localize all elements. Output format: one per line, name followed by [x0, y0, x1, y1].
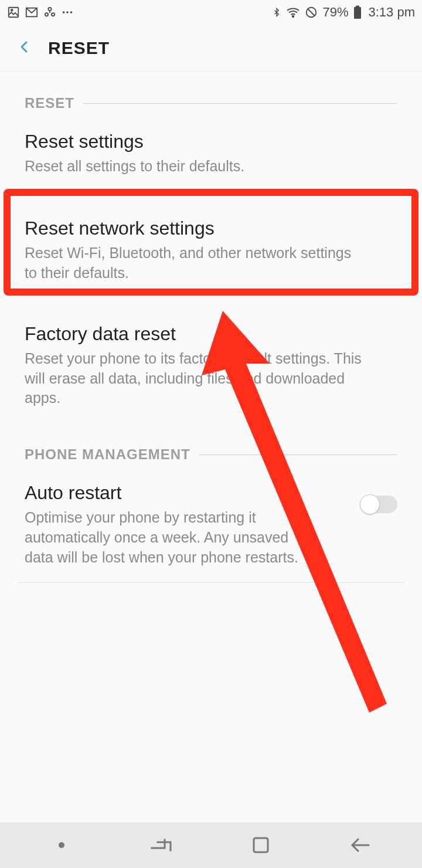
auto-restart-toggle[interactable] [355, 496, 397, 518]
svg-point-8 [70, 11, 73, 13]
battery-percent: 79% [322, 5, 348, 20]
wifi-icon [286, 5, 300, 19]
item-title: Auto restart [25, 480, 343, 506]
item-subtitle: Optimise your phone by restarting it aut… [25, 508, 343, 567]
item-factory-data-reset[interactable]: Factory data reset Reset your phone to i… [0, 308, 422, 423]
item-subtitle: Reset your phone to its factory default … [25, 349, 397, 408]
battery-icon [353, 5, 362, 19]
svg-point-7 [66, 11, 69, 13]
svg-point-6 [63, 11, 65, 13]
section-header-phone-management: PHONE MANAGEMENT [0, 423, 422, 467]
svg-point-1 [11, 9, 13, 11]
page-title: RESET [48, 38, 110, 58]
divider [199, 455, 397, 455]
item-reset-network-settings[interactable]: Reset network settings Reset Wi-Fi, Blue… [0, 191, 422, 308]
more-icon [61, 6, 74, 19]
item-title: Reset settings [25, 129, 397, 154]
nav-back-button[interactable] [334, 836, 387, 854]
divider [18, 582, 404, 583]
svg-rect-15 [254, 838, 268, 852]
item-title: Factory data reset [25, 321, 397, 347]
svg-point-9 [292, 16, 294, 17]
svg-rect-12 [356, 6, 359, 8]
section-header-reset: RESET [0, 72, 422, 116]
dot-icon [59, 842, 64, 848]
status-bar: 79% 3:13 pm [0, 0, 422, 25]
item-title: Reset network settings [25, 216, 397, 241]
bluetooth-icon [272, 5, 281, 19]
svg-point-3 [48, 8, 51, 11]
mail-icon [25, 6, 39, 19]
nav-bar [0, 822, 422, 868]
item-subtitle: Reset all settings to their defaults. [25, 157, 397, 177]
svg-rect-13 [355, 9, 360, 18]
nav-recents-button[interactable] [135, 836, 188, 854]
section-label: RESET [25, 95, 74, 111]
divider [83, 103, 397, 104]
app-bar: RESET [0, 25, 422, 72]
nav-home-button[interactable] [234, 836, 287, 855]
picture-icon [7, 6, 20, 19]
item-subtitle: Reset Wi-Fi, Bluetooth, and other networ… [25, 243, 397, 283]
back-button[interactable] [18, 36, 32, 60]
nav-dot-button[interactable] [35, 842, 88, 848]
svg-rect-0 [9, 8, 19, 18]
item-auto-restart[interactable]: Auto restart Optimise your phone by rest… [0, 467, 422, 582]
clock-text: 3:13 pm [369, 5, 416, 20]
section-label: PHONE MANAGEMENT [25, 446, 190, 463]
snowflake-icon [43, 6, 56, 19]
item-reset-settings[interactable]: Reset settings Reset all settings to the… [0, 116, 422, 191]
no-signal-icon [305, 6, 318, 19]
